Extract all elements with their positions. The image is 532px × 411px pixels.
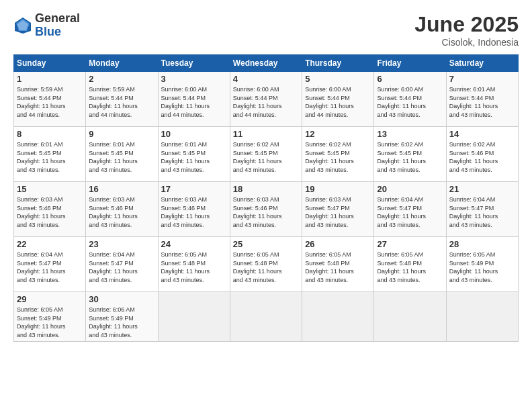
day-info: Sunrise: 6:02 AMSunset: 5:45 PMDaylight:… bbox=[233, 140, 299, 174]
day-info: Sunrise: 6:01 AMSunset: 5:45 PMDaylight:… bbox=[17, 140, 83, 174]
day-number: 8 bbox=[17, 129, 83, 139]
location: Cisolok, Indonesia bbox=[414, 37, 519, 48]
day-info: Sunrise: 6:02 AMSunset: 5:45 PMDaylight:… bbox=[377, 140, 443, 174]
logo-general-text: General bbox=[35, 12, 80, 26]
day-info: Sunrise: 6:04 AMSunset: 5:47 PMDaylight:… bbox=[449, 195, 515, 229]
day-number: 10 bbox=[161, 129, 227, 139]
day-number: 23 bbox=[89, 239, 154, 249]
day-number: 11 bbox=[233, 129, 299, 139]
calendar-cell: 21Sunrise: 6:04 AMSunset: 5:47 PMDayligh… bbox=[446, 182, 518, 237]
day-number: 24 bbox=[161, 239, 227, 249]
calendar-cell: 12Sunrise: 6:02 AMSunset: 5:45 PMDayligh… bbox=[302, 127, 374, 182]
day-number: 6 bbox=[377, 74, 443, 84]
calendar-week-1: 1Sunrise: 5:59 AMSunset: 5:44 PMDaylight… bbox=[14, 72, 519, 127]
header-row: Sunday Monday Tuesday Wednesday Thursday… bbox=[14, 55, 519, 72]
day-number: 5 bbox=[305, 74, 371, 84]
calendar-cell bbox=[446, 292, 518, 342]
day-info: Sunrise: 6:00 AMSunset: 5:44 PMDaylight:… bbox=[305, 85, 371, 119]
day-info: Sunrise: 6:05 AMSunset: 5:49 PMDaylight:… bbox=[17, 306, 83, 339]
day-number: 26 bbox=[305, 239, 371, 249]
calendar-cell: 4Sunrise: 6:00 AMSunset: 5:44 PMDaylight… bbox=[230, 72, 302, 127]
day-number: 4 bbox=[233, 74, 299, 84]
calendar-week-2: 8Sunrise: 6:01 AMSunset: 5:45 PMDaylight… bbox=[14, 127, 519, 182]
day-info: Sunrise: 6:00 AMSunset: 5:44 PMDaylight:… bbox=[233, 85, 299, 119]
calendar-table: Sunday Monday Tuesday Wednesday Thursday… bbox=[13, 54, 519, 342]
calendar-cell bbox=[230, 292, 302, 342]
col-tuesday: Tuesday bbox=[158, 55, 230, 72]
day-number: 21 bbox=[449, 184, 515, 194]
col-friday: Friday bbox=[374, 55, 446, 72]
day-info: Sunrise: 6:01 AMSunset: 5:45 PMDaylight:… bbox=[161, 140, 227, 174]
calendar-cell bbox=[302, 292, 374, 342]
day-info: Sunrise: 6:01 AMSunset: 5:44 PMDaylight:… bbox=[449, 85, 515, 119]
calendar-cell: 14Sunrise: 6:02 AMSunset: 5:46 PMDayligh… bbox=[446, 127, 518, 182]
day-number: 2 bbox=[89, 74, 154, 84]
day-number: 3 bbox=[161, 74, 227, 84]
calendar-cell: 29Sunrise: 6:05 AMSunset: 5:49 PMDayligh… bbox=[14, 292, 86, 342]
day-info: Sunrise: 6:03 AMSunset: 5:46 PMDaylight:… bbox=[89, 195, 154, 229]
calendar-cell: 20Sunrise: 6:04 AMSunset: 5:47 PMDayligh… bbox=[374, 182, 446, 237]
calendar-cell: 11Sunrise: 6:02 AMSunset: 5:45 PMDayligh… bbox=[230, 127, 302, 182]
calendar-cell: 1Sunrise: 5:59 AMSunset: 5:44 PMDaylight… bbox=[14, 72, 86, 127]
day-info: Sunrise: 6:03 AMSunset: 5:46 PMDaylight:… bbox=[17, 195, 83, 229]
day-info: Sunrise: 6:05 AMSunset: 5:48 PMDaylight:… bbox=[305, 250, 371, 284]
day-number: 17 bbox=[161, 184, 227, 194]
calendar-cell: 3Sunrise: 6:00 AMSunset: 5:44 PMDaylight… bbox=[158, 72, 230, 127]
day-info: Sunrise: 6:05 AMSunset: 5:48 PMDaylight:… bbox=[233, 250, 299, 284]
calendar-cell bbox=[374, 292, 446, 342]
calendar-cell: 23Sunrise: 6:04 AMSunset: 5:47 PMDayligh… bbox=[86, 237, 158, 292]
day-number: 15 bbox=[17, 184, 83, 194]
calendar-cell: 13Sunrise: 6:02 AMSunset: 5:45 PMDayligh… bbox=[374, 127, 446, 182]
day-info: Sunrise: 6:02 AMSunset: 5:46 PMDaylight:… bbox=[449, 140, 515, 174]
day-info: Sunrise: 6:03 AMSunset: 5:46 PMDaylight:… bbox=[233, 195, 299, 229]
day-number: 22 bbox=[17, 239, 83, 249]
calendar-cell: 2Sunrise: 5:59 AMSunset: 5:44 PMDaylight… bbox=[86, 72, 158, 127]
calendar-week-3: 15Sunrise: 6:03 AMSunset: 5:46 PMDayligh… bbox=[14, 182, 519, 237]
calendar-week-4: 22Sunrise: 6:04 AMSunset: 5:47 PMDayligh… bbox=[14, 237, 519, 292]
day-number: 30 bbox=[89, 294, 154, 304]
col-saturday: Saturday bbox=[446, 55, 518, 72]
calendar-cell: 15Sunrise: 6:03 AMSunset: 5:46 PMDayligh… bbox=[14, 182, 86, 237]
day-info: Sunrise: 6:02 AMSunset: 5:45 PMDaylight:… bbox=[305, 140, 371, 174]
day-number: 13 bbox=[377, 129, 443, 139]
calendar-cell: 9Sunrise: 6:01 AMSunset: 5:45 PMDaylight… bbox=[86, 127, 158, 182]
day-info: Sunrise: 6:01 AMSunset: 5:45 PMDaylight:… bbox=[89, 140, 154, 174]
calendar-cell: 8Sunrise: 6:01 AMSunset: 5:45 PMDaylight… bbox=[14, 127, 86, 182]
calendar-cell: 19Sunrise: 6:03 AMSunset: 5:47 PMDayligh… bbox=[302, 182, 374, 237]
day-info: Sunrise: 6:06 AMSunset: 5:49 PMDaylight:… bbox=[89, 306, 154, 339]
day-info: Sunrise: 6:04 AMSunset: 5:47 PMDaylight:… bbox=[377, 195, 443, 229]
logo-blue-text: Blue bbox=[35, 26, 80, 39]
calendar-cell: 26Sunrise: 6:05 AMSunset: 5:48 PMDayligh… bbox=[302, 237, 374, 292]
calendar-cell: 30Sunrise: 6:06 AMSunset: 5:49 PMDayligh… bbox=[86, 292, 158, 342]
day-number: 1 bbox=[17, 74, 83, 84]
calendar-cell: 27Sunrise: 6:05 AMSunset: 5:48 PMDayligh… bbox=[374, 237, 446, 292]
calendar-cell: 5Sunrise: 6:00 AMSunset: 5:44 PMDaylight… bbox=[302, 72, 374, 127]
day-info: Sunrise: 6:00 AMSunset: 5:44 PMDaylight:… bbox=[377, 85, 443, 119]
calendar-cell: 22Sunrise: 6:04 AMSunset: 5:47 PMDayligh… bbox=[14, 237, 86, 292]
calendar-page: General Blue June 2025 Cisolok, Indonesi… bbox=[0, 0, 532, 411]
day-number: 19 bbox=[305, 184, 371, 194]
day-info: Sunrise: 6:04 AMSunset: 5:47 PMDaylight:… bbox=[89, 250, 154, 284]
calendar-cell: 28Sunrise: 6:05 AMSunset: 5:49 PMDayligh… bbox=[446, 237, 518, 292]
day-info: Sunrise: 6:05 AMSunset: 5:48 PMDaylight:… bbox=[377, 250, 443, 284]
day-number: 28 bbox=[449, 239, 515, 249]
day-info: Sunrise: 6:03 AMSunset: 5:47 PMDaylight:… bbox=[305, 195, 371, 229]
day-number: 20 bbox=[377, 184, 443, 194]
header: General Blue June 2025 Cisolok, Indonesi… bbox=[13, 12, 519, 48]
day-number: 12 bbox=[305, 129, 371, 139]
day-info: Sunrise: 6:05 AMSunset: 5:49 PMDaylight:… bbox=[449, 250, 515, 284]
calendar-cell: 6Sunrise: 6:00 AMSunset: 5:44 PMDaylight… bbox=[374, 72, 446, 127]
calendar-cell: 24Sunrise: 6:05 AMSunset: 5:48 PMDayligh… bbox=[158, 237, 230, 292]
day-number: 9 bbox=[89, 129, 154, 139]
calendar-cell: 18Sunrise: 6:03 AMSunset: 5:46 PMDayligh… bbox=[230, 182, 302, 237]
day-number: 25 bbox=[233, 239, 299, 249]
day-info: Sunrise: 6:03 AMSunset: 5:46 PMDaylight:… bbox=[161, 195, 227, 229]
calendar-cell: 10Sunrise: 6:01 AMSunset: 5:45 PMDayligh… bbox=[158, 127, 230, 182]
calendar-week-5: 29Sunrise: 6:05 AMSunset: 5:49 PMDayligh… bbox=[14, 292, 519, 342]
calendar-cell bbox=[158, 292, 230, 342]
day-info: Sunrise: 6:05 AMSunset: 5:48 PMDaylight:… bbox=[161, 250, 227, 284]
col-monday: Monday bbox=[86, 55, 158, 72]
col-sunday: Sunday bbox=[14, 55, 86, 72]
calendar-cell: 25Sunrise: 6:05 AMSunset: 5:48 PMDayligh… bbox=[230, 237, 302, 292]
day-number: 27 bbox=[377, 239, 443, 249]
